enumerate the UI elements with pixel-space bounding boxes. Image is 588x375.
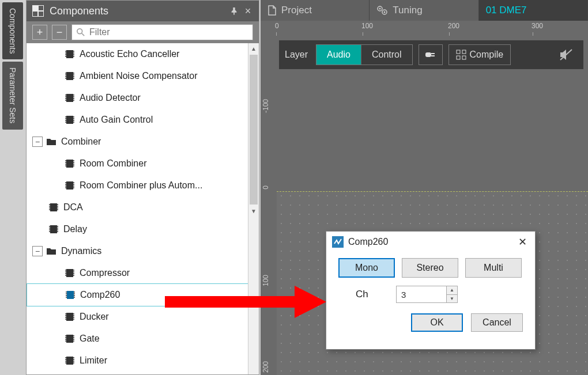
collapse-all-button[interactable]: − — [52, 25, 67, 40]
spinner-up-icon[interactable]: ▲ — [447, 286, 457, 295]
tree-group[interactable]: −Combiner — [27, 131, 248, 153]
tree-item[interactable]: Auto Gain Control — [27, 109, 248, 131]
scrollbar[interactable]: ▲ ▼ — [248, 43, 259, 374]
gear-icon — [376, 5, 388, 16]
layer-segment: Audio Control — [316, 44, 413, 65]
cancel-button[interactable]: Cancel — [471, 313, 523, 332]
speaker-mute-icon — [559, 48, 573, 61]
tree-item-label: DCA — [63, 202, 83, 213]
svg-rect-127 — [462, 50, 466, 54]
tree-item[interactable]: Comp260 — [27, 283, 248, 306]
close-icon[interactable]: × — [243, 5, 253, 17]
tree-item[interactable]: Acoustic Echo Canceller — [27, 43, 248, 65]
ruler-tick: 300 — [532, 22, 543, 30]
tab-project[interactable]: Project — [261, 0, 370, 21]
tab-project-label: Project — [281, 5, 312, 16]
scroll-thumb[interactable] — [250, 55, 258, 204]
svg-rect-110 — [66, 357, 73, 365]
ruler-tick: 200 — [262, 361, 270, 373]
tree-item[interactable]: Limiter — [27, 350, 248, 372]
svg-rect-2 — [66, 50, 73, 58]
layer-control-button[interactable]: Control — [361, 45, 412, 65]
chip-icon — [65, 49, 75, 59]
mono-button[interactable]: Mono — [338, 258, 395, 278]
folder-icon — [46, 138, 56, 146]
svg-point-0 — [77, 29, 82, 34]
expander-icon[interactable]: − — [32, 246, 43, 256]
tree-item[interactable]: Ducker — [27, 306, 248, 328]
chip-icon — [48, 224, 59, 234]
tab-device[interactable]: 01 DME7 — [479, 0, 588, 21]
document-icon — [267, 5, 277, 16]
tree-item[interactable]: Room Combiner plus Autom... — [27, 175, 248, 196]
components-panel-header: Components × — [27, 1, 259, 21]
tree-item-label: Ambient Noise Compensator — [80, 71, 198, 81]
chip-icon — [65, 355, 75, 366]
svg-point-122 — [384, 12, 386, 13]
stereo-button[interactable]: Stereo — [402, 258, 458, 278]
mute-button[interactable] — [555, 45, 578, 65]
filter-input-wrap[interactable] — [71, 24, 253, 40]
tree-item[interactable]: Room Combiner — [27, 153, 248, 175]
svg-rect-47 — [66, 181, 73, 190]
chip-icon — [65, 158, 75, 169]
layer-audio-button[interactable]: Audio — [316, 45, 361, 65]
side-tab-strip: Components Parameter Sets — [0, 0, 23, 375]
chip-icon — [65, 290, 76, 300]
compile-label: Compile — [470, 50, 504, 60]
dialog-close-icon[interactable]: ✕ — [515, 236, 529, 248]
side-tab-components[interactable]: Components — [2, 2, 23, 59]
vertical-ruler: -1000100200 — [261, 36, 277, 375]
tree-item-label: Delay — [63, 224, 87, 234]
ruler-tick: 200 — [448, 22, 459, 30]
compile-button[interactable]: Compile — [448, 44, 511, 65]
channel-type-row: Mono Stereo Multi — [336, 258, 526, 278]
side-tab-parameter-sets[interactable]: Parameter Sets — [2, 62, 23, 129]
folder-icon — [46, 247, 56, 255]
svg-point-121 — [379, 8, 381, 10]
tree-item[interactable]: Ambient Noise Compensator — [27, 65, 248, 87]
comp260-dialog: Comp260 ✕ Mono Stereo Multi Ch ▲ ▼ — [326, 231, 536, 350]
tree-item[interactable]: DCA — [27, 196, 248, 218]
ruler-tick: 0 — [262, 185, 270, 190]
svg-rect-56 — [50, 203, 57, 211]
scroll-up-icon[interactable]: ▲ — [248, 43, 259, 54]
tree-item-label: Dynamics — [61, 246, 101, 256]
tree-item[interactable]: Delay — [27, 218, 248, 240]
expand-all-button[interactable]: + — [32, 25, 47, 40]
svg-rect-126 — [457, 50, 460, 54]
ch-input[interactable] — [397, 286, 446, 302]
tree-item[interactable]: Gate — [27, 328, 248, 350]
pin-icon[interactable] — [230, 7, 238, 15]
ruler-tick: 100 — [361, 22, 373, 30]
ch-label: Ch — [356, 289, 385, 300]
chip-icon — [48, 202, 59, 213]
filter-input[interactable] — [88, 26, 248, 38]
svg-rect-92 — [66, 313, 73, 321]
chip-icon — [65, 180, 75, 191]
tree-item-label: Ducker — [80, 312, 109, 322]
tree-group[interactable]: −Dynamics — [27, 240, 248, 262]
chip-icon — [65, 71, 75, 81]
tab-tuning[interactable]: Tuning — [370, 0, 478, 21]
compile-icon — [456, 50, 466, 60]
multi-button[interactable]: Multi — [465, 258, 522, 278]
svg-rect-101 — [66, 335, 73, 343]
expander-icon[interactable]: − — [32, 137, 43, 147]
component-tree: Acoustic Echo CancellerAmbient Noise Com… — [27, 43, 248, 374]
channel-count-row: Ch ▲ ▼ — [336, 286, 526, 303]
ruler-tick: 100 — [262, 275, 270, 286]
spinner-down-icon[interactable]: ▼ — [447, 295, 457, 303]
svg-rect-11 — [66, 72, 73, 80]
ch-spinner[interactable]: ▲ ▼ — [396, 286, 458, 303]
components-icon — [32, 5, 44, 17]
tab-device-label: 01 DME7 — [486, 5, 527, 16]
ok-button[interactable]: OK — [411, 313, 463, 332]
tree-item[interactable]: Audio Detector — [27, 87, 248, 109]
svg-rect-29 — [66, 116, 73, 124]
scroll-down-icon[interactable]: ▼ — [248, 206, 259, 216]
chip-icon — [65, 115, 75, 125]
tree-item[interactable]: Compressor — [27, 262, 248, 284]
plug-button[interactable] — [419, 44, 443, 65]
svg-rect-74 — [66, 269, 73, 277]
